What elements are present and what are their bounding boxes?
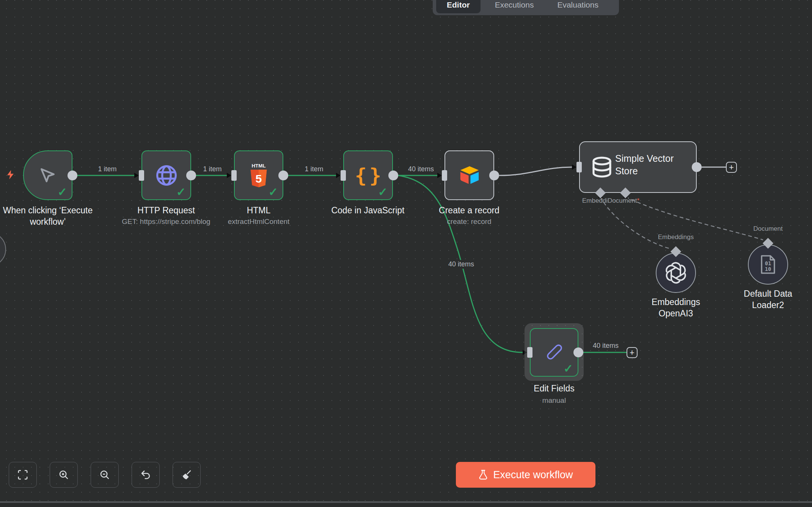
trigger-bolt-icon	[5, 169, 16, 180]
required-mark: *	[637, 197, 640, 204]
node-manual-trigger[interactable]: ✓	[23, 150, 72, 200]
tab-evaluations[interactable]: Evaluations	[548, 0, 608, 13]
html5-number: 5	[256, 172, 262, 185]
node-title: Edit Fields	[509, 383, 600, 394]
node-edit-fields[interactable]: ✓	[530, 328, 578, 377]
success-check-icon: ✓	[378, 186, 388, 198]
node-embeddings-openai[interactable]	[656, 253, 696, 293]
broom-icon	[181, 469, 192, 480]
node-title: Embeddings OpenAI3	[638, 296, 714, 319]
node-title: Default Data Loader2	[730, 288, 806, 311]
port-label: EmbeddiDocument*	[582, 197, 639, 205]
input-connector[interactable]	[442, 170, 447, 181]
input-connector[interactable]	[527, 347, 532, 358]
html5-icon: HTML 5	[248, 163, 270, 188]
execute-workflow-button[interactable]: Execute workflow	[456, 462, 595, 488]
input-connector[interactable]	[576, 162, 582, 172]
connection-label: 40 items	[446, 260, 476, 269]
node-title: HTML	[213, 205, 304, 216]
node-code[interactable]: {} ✓	[343, 150, 393, 200]
canvas-bottom-strip	[0, 503, 812, 507]
undo-button[interactable]	[132, 462, 160, 488]
input-connector[interactable]	[139, 170, 144, 181]
connection-lines	[0, 0, 812, 507]
connection-label: 1 item	[201, 165, 223, 174]
node-title: HTTP Request	[121, 205, 212, 216]
code-braces-icon: {}	[352, 164, 384, 187]
openai-icon	[665, 262, 687, 284]
zoom-out-button[interactable]	[91, 462, 119, 488]
bits-bottom: 10	[765, 266, 771, 272]
node-title: Simple Vector Store	[615, 152, 699, 177]
zoom-in-icon	[58, 469, 69, 480]
success-check-icon: ✓	[58, 186, 67, 198]
document-port-label: Document	[730, 225, 806, 233]
node-subtitle: create: record	[412, 218, 526, 226]
tab-editor[interactable]: Editor	[436, 0, 481, 13]
success-check-icon: ✓	[269, 186, 278, 198]
airtable-icon	[458, 165, 481, 186]
node-subtitle: extractHtmlContent	[202, 218, 316, 226]
success-check-icon: ✓	[564, 363, 573, 374]
connection-label: 1 item	[96, 165, 118, 174]
output-connector[interactable]	[68, 171, 77, 180]
node-http-request[interactable]: ✓	[141, 150, 191, 200]
view-tabbar: Editor Executions Evaluations	[433, 0, 619, 15]
node-subtitle: manual	[509, 396, 600, 405]
node-html[interactable]: HTML 5 ✓	[234, 150, 283, 200]
globe-icon	[155, 164, 178, 187]
output-connector[interactable]	[388, 171, 398, 180]
output-connector[interactable]	[278, 171, 288, 180]
node-airtable[interactable]	[444, 150, 494, 200]
flask-icon	[478, 469, 488, 480]
input-connector[interactable]	[341, 170, 346, 181]
tidy-up-button[interactable]	[173, 462, 201, 488]
node-title: Create a record	[424, 205, 515, 216]
add-node-button[interactable]: +	[726, 162, 737, 173]
workflow-canvas[interactable]: ✓ When clicking ‘Execute workflow’ ✓ HTT…	[0, 0, 812, 507]
html5-wordmark: HTML	[251, 163, 265, 169]
binary-document-icon: 01 10	[759, 255, 777, 274]
bits-top: 01	[765, 260, 771, 266]
output-connector[interactable]	[573, 347, 583, 357]
output-connector[interactable]	[692, 162, 702, 172]
node-title: Code in JavaScript	[322, 205, 413, 216]
zoom-in-button[interactable]	[50, 462, 78, 488]
fit-view-icon	[17, 469, 28, 480]
port-label-text: EmbeddiDocument	[582, 197, 637, 204]
database-icon	[590, 155, 614, 179]
output-connector[interactable]	[186, 171, 196, 180]
input-connector[interactable]	[231, 170, 237, 181]
node-data-loader[interactable]: 01 10	[748, 244, 788, 285]
node-title: When clicking ‘Execute workflow’	[0, 205, 101, 228]
tab-executions[interactable]: Executions	[486, 0, 543, 13]
connection-label: 1 item	[303, 165, 325, 174]
success-check-icon: ✓	[176, 186, 186, 198]
mouse-pointer-icon	[38, 166, 57, 185]
connection-label: 40 items	[406, 165, 436, 174]
pencil-icon	[543, 342, 565, 363]
embeddings-port-label: Embeddings	[638, 233, 714, 241]
connection-label: 40 items	[591, 341, 620, 350]
add-node-button[interactable]: +	[627, 347, 638, 358]
output-connector[interactable]	[489, 171, 499, 180]
execute-workflow-label: Execute workflow	[493, 469, 573, 481]
fit-view-button[interactable]	[9, 462, 37, 488]
zoom-out-icon	[99, 469, 110, 480]
undo-icon	[140, 469, 151, 480]
